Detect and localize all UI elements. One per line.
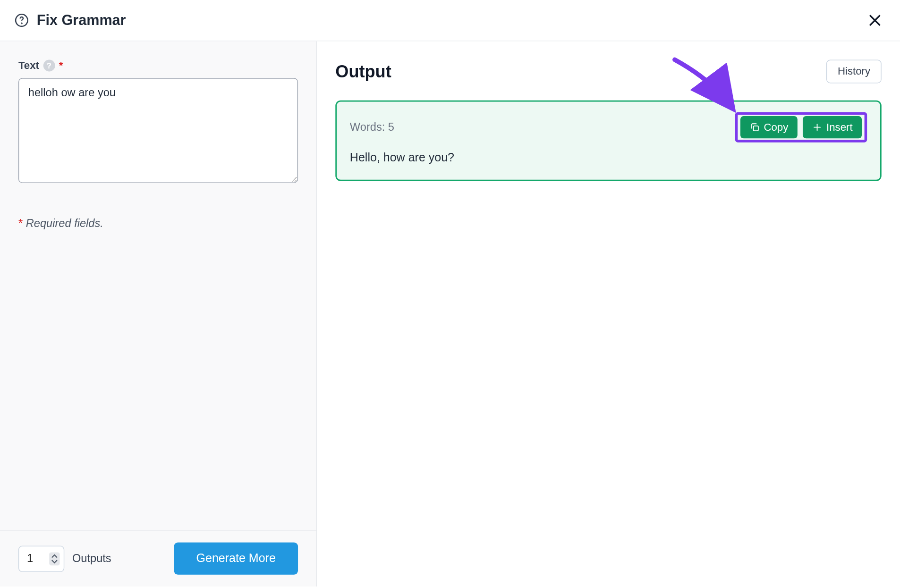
words-count: Words: 5 bbox=[350, 121, 394, 134]
required-star-icon: * bbox=[59, 59, 63, 71]
dialog-header: Fix Grammar bbox=[0, 0, 900, 42]
outputs-value: 1 bbox=[27, 552, 33, 565]
output-card: Words: 5 Copy bbox=[335, 101, 881, 181]
history-button[interactable]: History bbox=[826, 59, 881, 83]
help-circle-icon bbox=[15, 13, 29, 28]
text-field-label: Text bbox=[18, 59, 39, 71]
footer-bar: 1 Outputs Generate More bbox=[0, 530, 316, 587]
output-panel: Output History Words: 5 Copy bbox=[317, 42, 900, 587]
plus-icon bbox=[812, 122, 822, 133]
output-text: Hello, how are you? bbox=[350, 149, 867, 167]
close-icon bbox=[867, 12, 883, 28]
input-panel: Text ? * * Required fields. 1 Outpu bbox=[0, 42, 317, 587]
svg-rect-4 bbox=[753, 126, 758, 131]
svg-point-1 bbox=[21, 23, 22, 24]
required-fields-note: * Required fields. bbox=[18, 217, 298, 230]
insert-button[interactable]: Insert bbox=[803, 116, 862, 138]
outputs-stepper[interactable]: 1 bbox=[18, 546, 64, 572]
help-badge-icon[interactable]: ? bbox=[43, 59, 55, 71]
stepper-arrows-icon[interactable] bbox=[49, 552, 59, 565]
output-title: Output bbox=[335, 61, 391, 82]
copy-button[interactable]: Copy bbox=[740, 116, 797, 138]
card-actions-highlight: Copy Insert bbox=[735, 112, 867, 143]
close-button[interactable] bbox=[866, 11, 884, 30]
dialog-title: Fix Grammar bbox=[37, 12, 126, 29]
text-input[interactable] bbox=[18, 78, 298, 183]
generate-more-button[interactable]: Generate More bbox=[174, 543, 298, 575]
copy-icon bbox=[749, 122, 760, 133]
outputs-label: Outputs bbox=[72, 552, 111, 565]
